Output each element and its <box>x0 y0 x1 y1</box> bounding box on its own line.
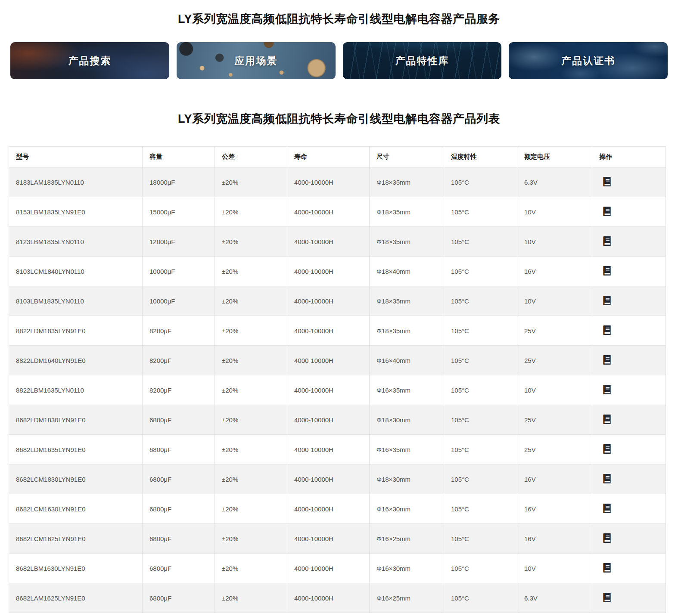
cell-model: 8682LCM1630LYN91E0 <box>9 494 143 524</box>
cell-size: Φ18×35mm <box>370 227 444 257</box>
cell-tolerance: ±20% <box>215 435 287 464</box>
table-row: 8103LCM1840LYN011010000μF±20%4000-10000H… <box>9 257 666 286</box>
page-title-service: LY系列宽温度高频低阻抗特长寿命引线型电解电容器产品服务 <box>0 0 678 27</box>
column-header: 额定电压 <box>517 147 592 167</box>
cell-capacity: 6800μF <box>143 524 215 554</box>
cell-voltage: 16V <box>517 524 592 554</box>
cell-capacity: 6800μF <box>143 494 215 524</box>
cell-model: 8682LDM1830LYN91E0 <box>9 405 143 435</box>
cell-size: Φ16×30mm <box>370 494 444 524</box>
cell-size: Φ18×35mm <box>370 316 444 346</box>
cell-tolerance: ±20% <box>215 316 287 346</box>
cell-temp: 105°C <box>444 524 517 554</box>
nav-button-product-certificates[interactable]: 产品认证书 <box>509 42 668 79</box>
detail-book-icon[interactable] <box>602 384 612 395</box>
cell-lifespan: 4000-10000H <box>287 464 370 494</box>
detail-book-icon[interactable] <box>602 562 612 573</box>
cell-model: 8682LCM1830LYN91E0 <box>9 464 143 494</box>
cell-lifespan: 4000-10000H <box>287 494 370 524</box>
cell-model: 8103LCM1840LYN0110 <box>9 257 143 286</box>
detail-book-icon[interactable] <box>602 176 612 187</box>
cell-capacity: 12000μF <box>143 227 215 257</box>
cell-tolerance: ±20% <box>215 346 287 375</box>
nav-button-application-scenes[interactable]: 应用场景 <box>177 42 336 79</box>
cell-action <box>592 197 666 227</box>
cell-voltage: 10V <box>517 375 592 405</box>
cell-voltage: 16V <box>517 257 592 286</box>
cell-action <box>592 316 666 346</box>
detail-book-icon[interactable] <box>602 532 612 544</box>
cell-action <box>592 524 666 554</box>
cell-voltage: 10V <box>517 554 592 583</box>
nav-banner-row: 产品搜索 应用场景 产品特性库 产品认证书 <box>0 42 678 79</box>
cell-tolerance: ±20% <box>215 405 287 435</box>
cell-lifespan: 4000-10000H <box>287 375 370 405</box>
nav-button-product-search[interactable]: 产品搜索 <box>10 42 169 79</box>
detail-book-icon[interactable] <box>602 443 612 455</box>
cell-action <box>592 375 666 405</box>
cell-tolerance: ±20% <box>215 524 287 554</box>
header-row: 型号容量公差寿命尺寸温度特性额定电压操作 <box>9 147 666 167</box>
cell-capacity: 6800μF <box>143 464 215 494</box>
column-header: 公差 <box>215 147 287 167</box>
cell-size: Φ16×25mm <box>370 583 444 613</box>
cell-temp: 105°C <box>444 554 517 583</box>
detail-book-icon[interactable] <box>602 265 612 276</box>
cell-tolerance: ±20% <box>215 583 287 613</box>
cell-temp: 105°C <box>444 257 517 286</box>
cell-model: 8682LCM1625LYN91E0 <box>9 524 143 554</box>
cell-lifespan: 4000-10000H <box>287 435 370 464</box>
cell-capacity: 10000μF <box>143 257 215 286</box>
nav-button-product-features[interactable]: 产品特性库 <box>343 42 502 79</box>
detail-book-icon[interactable] <box>602 473 612 484</box>
cell-capacity: 6800μF <box>143 554 215 583</box>
cell-size: Φ16×25mm <box>370 524 444 554</box>
cell-capacity: 6800μF <box>143 435 215 464</box>
detail-book-icon[interactable] <box>602 206 612 217</box>
cell-model: 8822LBM1635LYN0110 <box>9 375 143 405</box>
cell-capacity: 8200μF <box>143 316 215 346</box>
table-row: 8682LCM1830LYN91E06800μF±20%4000-10000HΦ… <box>9 464 666 494</box>
cell-capacity: 6800μF <box>143 405 215 435</box>
cell-action <box>592 167 666 197</box>
cell-lifespan: 4000-10000H <box>287 524 370 554</box>
cell-size: Φ16×40mm <box>370 346 444 375</box>
column-header: 操作 <box>592 147 666 167</box>
cell-action <box>592 464 666 494</box>
column-header: 温度特性 <box>444 147 517 167</box>
cell-size: Φ18×35mm <box>370 167 444 197</box>
detail-book-icon[interactable] <box>602 325 612 336</box>
cell-capacity: 8200μF <box>143 375 215 405</box>
detail-book-icon[interactable] <box>602 295 612 306</box>
cell-tolerance: ±20% <box>215 257 287 286</box>
cell-capacity: 6800μF <box>143 583 215 613</box>
cell-lifespan: 4000-10000H <box>287 197 370 227</box>
cell-model: 8822LDM1640LYN91E0 <box>9 346 143 375</box>
cell-model: 8153LBM1835LYN91E0 <box>9 197 143 227</box>
cell-action <box>592 227 666 257</box>
detail-book-icon[interactable] <box>602 235 612 247</box>
cell-voltage: 25V <box>517 405 592 435</box>
cell-model: 8682LBM1630LYN91E0 <box>9 554 143 583</box>
table-row: 8682LDM1830LYN91E06800μF±20%4000-10000HΦ… <box>9 405 666 435</box>
cell-lifespan: 4000-10000H <box>287 227 370 257</box>
cell-tolerance: ±20% <box>215 464 287 494</box>
table-row: 8682LAM1625LYN91E06800μF±20%4000-10000HΦ… <box>9 583 666 613</box>
cell-temp: 105°C <box>444 316 517 346</box>
cell-capacity: 10000μF <box>143 286 215 316</box>
cell-lifespan: 4000-10000H <box>287 405 370 435</box>
cell-voltage: 10V <box>517 227 592 257</box>
detail-book-icon[interactable] <box>602 592 612 603</box>
cell-size: Φ18×30mm <box>370 405 444 435</box>
detail-book-icon[interactable] <box>602 503 612 514</box>
table-row: 8183LAM1835LYN011018000μF±20%4000-10000H… <box>9 167 666 197</box>
detail-book-icon[interactable] <box>602 354 612 365</box>
cell-voltage: 6.3V <box>517 167 592 197</box>
page-title-product-list: LY系列宽温度高频低阻抗特长寿命引线型电解电容器产品列表 <box>0 111 678 127</box>
cell-action <box>592 286 666 316</box>
table-row: 8822LBM1635LYN01108200μF±20%4000-10000HΦ… <box>9 375 666 405</box>
cell-temp: 105°C <box>444 346 517 375</box>
cell-size: Φ18×40mm <box>370 257 444 286</box>
table-row: 8822LDM1640LYN91E08200μF±20%4000-10000HΦ… <box>9 346 666 375</box>
detail-book-icon[interactable] <box>602 414 612 425</box>
